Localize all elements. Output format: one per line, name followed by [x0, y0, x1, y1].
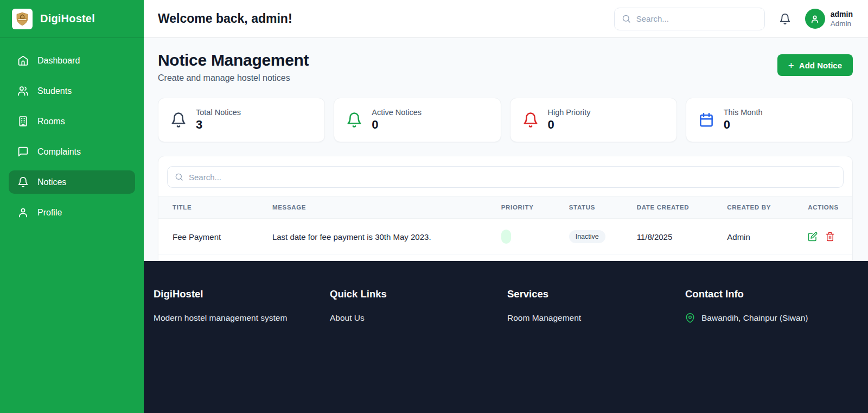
col-actions: Actions [801, 196, 852, 219]
global-search-input[interactable] [636, 14, 757, 23]
brand-name: DigiHostel [40, 12, 95, 25]
bell-icon [170, 112, 187, 128]
content: Notice Management Create and manage host… [144, 38, 868, 261]
sidebar-item-notices[interactable]: Notices [9, 170, 135, 194]
sidebar-item-label: Dashboard [37, 56, 80, 66]
sidebar-item-label: Complaints [37, 147, 81, 157]
main-area: Welcome back, admin! admin Admin [144, 0, 868, 413]
sidebar-item-label: Students [37, 86, 72, 96]
sidebar-nav: Dashboard Students Rooms Complaints Noti… [0, 38, 144, 242]
avatar [805, 9, 825, 29]
bell-icon [346, 112, 362, 128]
footer-brand-title: DigiHostel [154, 288, 330, 300]
sidebar-item-label: Rooms [37, 117, 65, 126]
user-role: Admin [831, 19, 853, 29]
sidebar-item-label: Profile [37, 208, 62, 218]
user-menu[interactable]: admin Admin [805, 9, 853, 29]
page-title: Notice Management [158, 51, 309, 69]
search-icon [175, 173, 183, 181]
stat-label: Total Notices [196, 108, 241, 117]
notice-title: Maintenance Work [158, 255, 266, 262]
calendar-icon [698, 112, 714, 128]
footer-contact-title: Contact Info [685, 288, 859, 300]
footer-link-room-management[interactable]: Room Management [507, 313, 685, 323]
edit-icon [808, 232, 818, 242]
notices-table-card: Title Message Priority Status Date Creat… [158, 156, 853, 261]
col-title: Title [158, 196, 266, 219]
date-created: 11/8/2025 [630, 255, 721, 262]
sidebar-item-students[interactable]: Students [9, 79, 135, 103]
date-created: 11/8/2025 [630, 219, 721, 255]
footer-contact-address-row: Bawandih, Chainpur (Siwan) [685, 313, 859, 323]
footer-quick-links-col: Quick Links About Us [330, 288, 507, 413]
plus-icon: + [788, 60, 794, 71]
sidebar-item-dashboard[interactable]: Dashboard [9, 49, 135, 72]
table-search-input[interactable] [189, 173, 836, 182]
col-date: Date Created [630, 196, 721, 219]
map-pin-icon [685, 313, 695, 323]
page-head: Notice Management Create and manage host… [158, 51, 853, 83]
stat-label: Active Notices [372, 108, 422, 117]
sidebar-item-rooms[interactable]: Rooms [9, 110, 135, 133]
stat-value: 0 [724, 118, 763, 132]
notice-title: Fee Payment [158, 219, 266, 255]
topbar-right: admin Admin [614, 8, 853, 30]
stat-label: This Month [724, 108, 763, 117]
home-icon [17, 55, 29, 66]
stat-value: 3 [196, 118, 241, 132]
table-row: Maintenance Work Maintenance work will b… [158, 255, 852, 262]
add-notice-label: Add Notice [799, 61, 842, 70]
stat-card-total-notices: Total Notices 3 [158, 98, 325, 142]
notices-table: Title Message Priority Status Date Creat… [158, 196, 852, 261]
table-search[interactable] [167, 166, 844, 188]
footer-contact-col: Contact Info Bawandih, Chainpur (Siwan) [685, 288, 859, 413]
table-header-row: Title Message Priority Status Date Creat… [158, 196, 852, 219]
notifications-bell-icon[interactable] [779, 13, 791, 25]
trash-icon [825, 232, 835, 242]
created-by: Admin [720, 219, 801, 255]
sidebar-item-label: Notices [37, 177, 66, 187]
col-created: Created By [720, 196, 801, 219]
stat-value: 0 [372, 118, 422, 132]
footer-link-about-us[interactable]: About Us [330, 313, 507, 323]
stat-cards: Total Notices 3 Active Notices 0 High Pr… [158, 98, 853, 142]
sidebar-item-complaints[interactable]: Complaints [9, 140, 135, 163]
footer-brand-col: DigiHostel Modern hostel management syst… [154, 288, 330, 413]
chat-icon [17, 146, 29, 157]
footer-quick-links-title: Quick Links [330, 288, 507, 300]
add-notice-button[interactable]: + Add Notice [777, 54, 853, 76]
topbar: Welcome back, admin! admin Admin [144, 0, 868, 38]
notice-message: Last date for fee payment is 30th May 20… [266, 219, 495, 255]
footer-services-col: Services Room Management [507, 288, 685, 413]
global-search[interactable] [614, 8, 765, 30]
sidebar-item-profile[interactable]: Profile [9, 201, 135, 224]
notice-message: Maintenance work will be carried out in … [266, 255, 495, 262]
page-subtitle: Create and manage hostel notices [158, 73, 309, 83]
user-meta: admin Admin [831, 9, 853, 29]
sidebar: DigiHostel Dashboard Students Rooms Comp… [0, 0, 144, 413]
col-priority: Priority [495, 196, 563, 219]
welcome-message: Welcome back, admin! [158, 11, 292, 26]
col-message: Message [266, 196, 495, 219]
bell-icon [522, 112, 539, 128]
col-status: Status [563, 196, 630, 219]
user-icon [17, 207, 29, 218]
table-row: Fee Payment Last date for fee payment is… [158, 219, 852, 255]
stat-card-this-month: This Month 0 [686, 98, 853, 142]
bell-icon [17, 176, 29, 188]
digihostel-logo-icon [12, 9, 33, 29]
stat-label: High Priority [548, 108, 591, 117]
building-icon [17, 116, 29, 127]
delete-button[interactable] [825, 232, 835, 242]
created-by: Admin [720, 255, 801, 262]
user-name: admin [831, 9, 853, 19]
edit-button[interactable] [808, 232, 818, 242]
brand: DigiHostel [0, 0, 144, 38]
stat-card-high-priority: High Priority 0 [510, 98, 677, 142]
footer-tagline: Modern hostel management system [154, 313, 330, 323]
user-icon [810, 14, 820, 24]
priority-badge [501, 230, 511, 244]
footer-contact-address: Bawandih, Chainpur (Siwan) [701, 313, 808, 323]
footer-services-title: Services [507, 288, 685, 300]
footer: DigiHostel Modern hostel management syst… [144, 261, 868, 413]
